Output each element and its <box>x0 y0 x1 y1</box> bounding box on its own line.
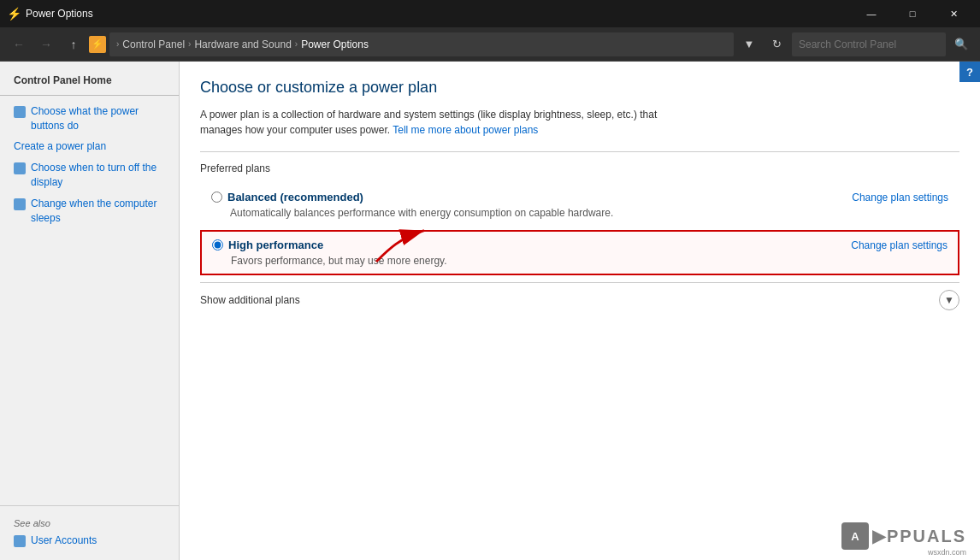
sidebar-home-link[interactable]: Control Panel Home <box>0 70 179 91</box>
sidebar-item-computer-sleeps[interactable]: Change when the computer sleeps <box>0 193 179 229</box>
plan-balanced-name: Balanced (recommended) <box>227 191 363 203</box>
high-perf-settings-link[interactable]: Change plan settings <box>851 239 948 251</box>
plan-balanced-radio[interactable] <box>211 192 222 203</box>
section-label: Preferred plans <box>200 159 959 174</box>
plan-item-high-performance: High performance Change plan settings Fa… <box>200 230 959 275</box>
watermark-logo: A <box>841 522 869 550</box>
addressbar: ← → ↑ ⚡ › Control Panel › Hardware and S… <box>0 27 980 62</box>
sidebar-item-turn-off-display[interactable]: Choose when to turn off the display <box>0 157 179 193</box>
plan-high-perf-header: High performance Change plan settings <box>212 239 948 251</box>
address-icon: ⚡ <box>89 36 106 53</box>
path-separator-0: › <box>116 39 119 49</box>
sidebar: Control Panel Home Choose what the power… <box>0 62 180 560</box>
path-control-panel[interactable]: Control Panel <box>122 38 185 50</box>
section-divider-top <box>200 151 959 152</box>
sidebar-item-create-plan[interactable]: Create a power plan <box>0 136 179 157</box>
address-dropdown-button[interactable]: ▼ <box>737 32 761 56</box>
sidebar-bottom: See also User Accounts <box>0 505 179 551</box>
watermark-sub: wsxdn.com <box>928 548 966 557</box>
expand-icon: ▼ <box>939 290 959 310</box>
close-button[interactable]: ✕ <box>934 0 973 27</box>
plan-high-perf-name: High performance <box>228 239 323 251</box>
page-title: Choose or customize a power plan <box>200 79 959 97</box>
help-button[interactable]: ? <box>959 62 980 82</box>
path-hardware-sound[interactable]: Hardware and Sound <box>194 38 291 50</box>
watermark-text: ▶PPUALS <box>872 526 966 546</box>
balanced-settings-link[interactable]: Change plan settings <box>852 192 948 203</box>
user-accounts-icon <box>14 535 26 547</box>
maximize-button[interactable]: □ <box>893 0 932 27</box>
sidebar-item-power-buttons[interactable]: Choose what the power buttons do <box>0 101 179 137</box>
titlebar: ⚡ Power Options — □ ✕ <box>0 0 980 27</box>
power-buttons-icon <box>14 106 26 118</box>
forward-button[interactable]: → <box>34 32 58 56</box>
back-button[interactable]: ← <box>7 32 31 56</box>
path-current: Power Options <box>301 38 369 50</box>
minimize-button[interactable]: — <box>852 0 891 27</box>
plan-high-perf-radio[interactable] <box>212 239 223 251</box>
window-controls: — □ ✕ <box>852 0 973 27</box>
plan-balanced-desc: Automatically balances performance with … <box>230 207 948 219</box>
content-description: A power plan is a collection of hardware… <box>200 107 696 138</box>
sidebar-item-user-accounts[interactable]: User Accounts <box>0 530 179 551</box>
address-path[interactable]: › Control Panel › Hardware and Sound › P… <box>109 32 734 56</box>
see-also-label: See also <box>0 513 179 530</box>
search-icon[interactable]: 🔍 <box>949 32 973 56</box>
create-plan-label: Create a power plan <box>14 139 106 154</box>
path-separator-1: › <box>188 39 191 49</box>
content-area: ? Choose or customize a power plan A pow… <box>180 62 980 560</box>
display-icon <box>14 162 26 174</box>
search-input[interactable] <box>792 32 946 56</box>
sleep-icon <box>14 198 26 210</box>
up-button[interactable]: ↑ <box>62 32 86 56</box>
show-additional-text: Show additional plans <box>200 294 300 306</box>
plan-high-perf-label[interactable]: High performance <box>212 239 323 251</box>
plan-item-balanced: Balanced (recommended) Change plan setti… <box>200 183 959 227</box>
app-icon: ⚡ <box>7 7 21 21</box>
power-plans-link[interactable]: Tell me more about power plans <box>393 124 538 136</box>
show-additional-plans[interactable]: Show additional plans ▼ <box>200 282 959 310</box>
watermark: A ▶PPUALS <box>841 522 966 550</box>
window-title: Power Options <box>26 8 852 20</box>
path-separator-2: › <box>295 39 298 49</box>
plan-balanced-label[interactable]: Balanced (recommended) <box>211 191 363 203</box>
main-layout: Control Panel Home Choose what the power… <box>0 62 980 560</box>
refresh-button[interactable]: ↻ <box>765 32 788 56</box>
plan-balanced-header: Balanced (recommended) Change plan setti… <box>211 191 948 203</box>
plan-high-perf-desc: Favors performance, but may use more ene… <box>231 255 948 267</box>
home-label: Control Panel Home <box>14 74 112 88</box>
